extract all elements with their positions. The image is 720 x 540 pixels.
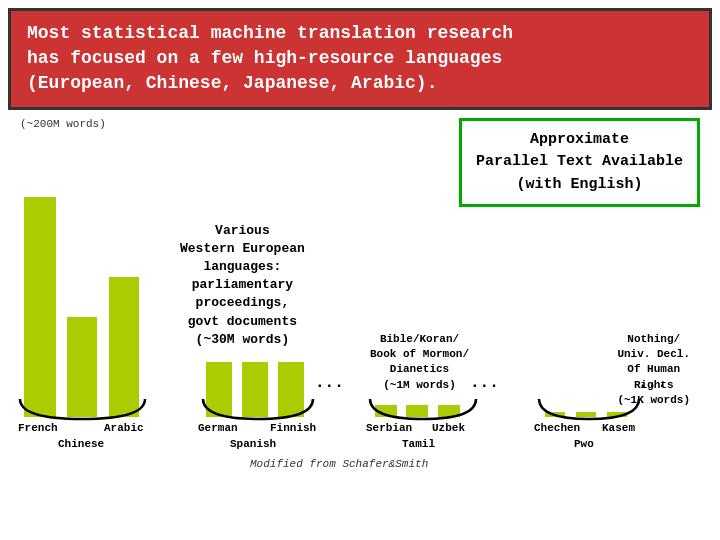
- dots-3: ...: [638, 374, 667, 392]
- approx-line3: (with English): [476, 174, 683, 197]
- label-spanish: Spanish: [230, 438, 276, 450]
- approx-line1: Approximate: [476, 129, 683, 152]
- brace-group3: [365, 394, 481, 424]
- brace-group4: [534, 394, 644, 424]
- western-box: Various Western European languages: parl…: [180, 222, 305, 349]
- bible-text: Bible/Koran/ Book of Mormon/ Dianetics (…: [370, 332, 469, 394]
- header-box: Most statistical machine translation res…: [8, 8, 712, 110]
- brace-group1: [15, 394, 150, 424]
- approx-box: Approximate Parallel Text Available (wit…: [459, 118, 700, 208]
- label-pwo: Pwo: [574, 438, 594, 450]
- approx-line2: Parallel Text Available: [476, 151, 683, 174]
- bar-french: [24, 197, 56, 417]
- label-tamil: Tamil: [402, 438, 435, 450]
- modified-label: Modified from Schafer&Smith: [250, 458, 428, 470]
- western-text: Various Western European languages: parl…: [180, 222, 305, 349]
- brace-group2: [198, 394, 318, 424]
- label-chinese: Chinese: [58, 438, 104, 450]
- main-content: (~200M words) Approximate Parallel Text …: [0, 118, 720, 472]
- header-text: Most statistical machine translation res…: [27, 23, 513, 93]
- dots-2: ...: [470, 374, 499, 392]
- dots-1: ...: [315, 374, 344, 392]
- bible-box: Bible/Koran/ Book of Mormon/ Dianetics (…: [370, 332, 469, 394]
